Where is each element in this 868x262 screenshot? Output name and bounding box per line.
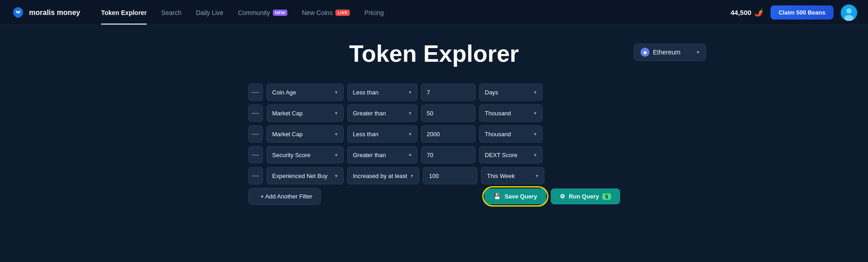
bean-count-value: 44,500 [731,9,752,16]
save-query-wrapper: 💾 Save Query [485,188,546,204]
remove-filter-2[interactable]: — [248,125,263,143]
filter-field-1[interactable]: Market Cap ▾ [267,104,344,122]
page-title: Token Explorer [162,40,706,67]
nav-item-token-explorer[interactable]: Token Explorer [95,5,153,20]
navbar: moralis money Token Explorer Search Dail… [0,0,868,25]
remove-filter-1[interactable]: — [248,104,263,122]
filter-field-4[interactable]: Experienced Net Buy ▾ [267,167,344,184]
bean-count: 44,500 🌶️ [731,8,763,17]
logo-text: moralis money [29,9,80,17]
filter-condition-4[interactable]: Increased by at least ▾ [347,167,420,184]
filter-condition-3[interactable]: Greater than ▾ [347,146,417,163]
filter-field-0[interactable]: Coin Age ▾ [267,84,344,101]
moralis-logo-icon [11,6,25,19]
avatar[interactable] [841,5,857,21]
filter-condition-1[interactable]: Greater than ▾ [347,104,417,122]
chevron-down-icon: ▾ [335,131,338,137]
chevron-down-icon: ▾ [409,110,412,116]
filter-row: — Coin Age ▾ Less than ▾ 7 Days ▾ [248,84,620,101]
remove-filter-4[interactable]: — [248,167,263,184]
chevron-down-icon: ▾ [409,152,412,158]
page-header: Token Explorer ◆ Ethereum ▾ [162,40,706,67]
chain-name: Ethereum [653,49,681,56]
filter-row: — Security Score ▾ Greater than ▾ 70 DEX… [248,146,620,163]
actions-right: 💾 Save Query ⚙ Run Query 5 [485,188,620,204]
filter-value-1[interactable]: 50 [421,104,475,122]
chevron-down-icon: ▾ [534,131,537,137]
nav-links: Token Explorer Search Daily Live Communi… [95,5,716,20]
save-query-button[interactable]: 💾 Save Query [485,188,546,204]
nav-item-search[interactable]: Search [155,5,188,20]
filter-field-2[interactable]: Market Cap ▾ [267,125,344,143]
claim-beans-button[interactable]: Claim 500 Beans [771,5,834,20]
nav-item-new-coins[interactable]: New Coins LIVE [296,5,356,20]
filter-value-4[interactable]: 100 [423,167,477,184]
save-icon: 💾 [494,193,501,200]
filter-row: — Experienced Net Buy ▾ Increased by at … [248,167,620,184]
bean-icon: 🌶️ [754,8,763,17]
remove-filter-3[interactable]: — [248,146,263,163]
filter-unit-1[interactable]: Thousand ▾ [479,104,543,122]
filter-value-0[interactable]: 7 [421,84,475,101]
nav-right: 44,500 🌶️ Claim 500 Beans [731,5,857,21]
filter-unit-0[interactable]: Days ▾ [479,84,543,101]
new-badge: NEW [273,10,288,16]
chevron-down-icon: ▾ [409,131,412,137]
add-filter-button[interactable]: + Add Another Filter [248,188,321,205]
chain-chevron-icon: ▾ [697,49,699,55]
filter-unit-2[interactable]: Thousand ▾ [479,125,543,143]
chevron-down-icon: ▾ [409,89,412,95]
live-badge: LIVE [335,10,350,16]
filter-unit-4[interactable]: This Week ▾ [481,167,544,184]
filter-value-3[interactable]: 70 [421,146,475,163]
filter-value-2[interactable]: 2000 [421,125,475,143]
main-content: Token Explorer ◆ Ethereum ▾ — Coin Age ▾… [0,25,868,223]
filter-condition-0[interactable]: Less than ▾ [347,84,417,101]
actions-row: + Add Another Filter 💾 Save Query ⚙ Run … [248,188,620,205]
chevron-down-icon: ▾ [534,152,537,158]
logo[interactable]: moralis money [11,6,80,19]
chevron-down-icon: ▾ [335,110,338,116]
run-query-button[interactable]: ⚙ Run Query 5 [551,188,620,204]
filter-row: — Market Cap ▾ Less than ▾ 2000 Thousand… [248,125,620,143]
svg-point-1 [846,8,852,14]
filter-icon: ⚙ [560,193,565,200]
run-query-count-badge: 5 [602,193,611,200]
nav-item-daily-live[interactable]: Daily Live [189,5,230,20]
chevron-down-icon: ▾ [534,110,537,116]
filter-condition-2[interactable]: Less than ▾ [347,125,417,143]
chain-selector[interactable]: ◆ Ethereum ▾ [634,44,706,61]
filters-container: — Coin Age ▾ Less than ▾ 7 Days ▾ — [248,84,620,184]
remove-filter-0[interactable]: — [248,84,263,101]
filter-field-3[interactable]: Security Score ▾ [267,146,344,163]
chevron-down-icon: ▾ [335,152,338,158]
chevron-down-icon: ▾ [536,173,538,179]
avatar-image [841,5,857,21]
chevron-down-icon: ▾ [534,89,537,95]
nav-item-pricing[interactable]: Pricing [358,5,390,20]
ethereum-icon: ◆ [640,48,650,57]
chevron-down-icon: ▾ [335,173,338,179]
filter-row: — Market Cap ▾ Greater than ▾ 50 Thousan… [248,104,620,122]
nav-item-community[interactable]: Community NEW [232,5,294,20]
chevron-down-icon: ▾ [335,89,338,95]
chevron-down-icon: ▾ [411,173,413,179]
filter-unit-3[interactable]: DEXT Score ▾ [479,146,543,163]
